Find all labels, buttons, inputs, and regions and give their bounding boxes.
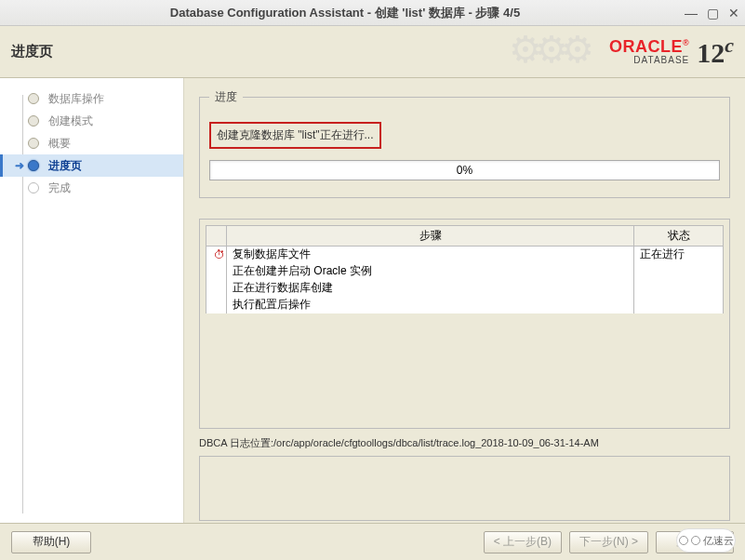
main-content: 进度 创建克隆数据库 "list"正在进行... 0% 步骤 状态 ⏱ 复制数据… (184, 78, 745, 523)
progress-fieldset: 进度 创建克隆数据库 "list"正在进行... 0% (199, 89, 730, 198)
sidebar-item-label: 完成 (48, 180, 71, 196)
progress-status-line: 创建克隆数据库 "list"正在进行... (209, 122, 381, 149)
sidebar-item-label: 数据库操作 (48, 91, 104, 107)
step-name: 正在创建并启动 Oracle 实例 (227, 263, 634, 280)
sidebar-item-label: 创建模式 (48, 113, 93, 129)
sidebar-item-create-mode[interactable]: ➜创建模式 (0, 110, 183, 132)
steps-col-step: 步骤 (227, 226, 634, 247)
cloud-icon (679, 536, 688, 545)
clock-icon: ⏱ (206, 247, 227, 263)
next-button[interactable]: 下一步(N) > (569, 531, 648, 553)
steps-table: 步骤 状态 ⏱ 复制数据库文件 正在进行 正在创建并启动 Oracle 实例 (206, 225, 724, 313)
sidebar-item-label: 概要 (48, 136, 71, 152)
watermark-badge: 亿速云 (676, 528, 736, 553)
log-location: DBCA 日志位置:/orc/app/oracle/cfgtoollogs/db… (199, 436, 730, 450)
step-name: 执行配置后操作 (227, 297, 634, 313)
sidebar-item-finish[interactable]: ➜完成 (0, 177, 183, 199)
brand-version-suffix: c (725, 33, 734, 57)
sidebar-item-progress[interactable]: ➜进度页 (0, 154, 183, 177)
steps-panel: 步骤 状态 ⏱ 复制数据库文件 正在进行 正在创建并启动 Oracle 实例 (199, 219, 730, 429)
step-status (634, 280, 724, 297)
sidebar-item-db-operation[interactable]: ➜数据库操作 (0, 87, 183, 110)
page-title: 进度页 (11, 43, 53, 60)
brand-version-major: 12 (697, 37, 725, 68)
cloud-icon (691, 536, 700, 545)
sidebar-item-label: 进度页 (48, 158, 82, 174)
step-status: 正在进行 (634, 247, 724, 263)
step-name: 正在进行数据库创建 (227, 280, 634, 297)
close-icon[interactable]: ✕ (728, 6, 739, 20)
wizard-footer: 帮助(H) < 上一步(B) 下一步(N) > 完成(F) 亿速云 (0, 523, 745, 560)
header-bar: 进度页 ⚙⚙⚙ ORACLE® DATABASE 12c (0, 26, 745, 78)
sidebar-item-summary[interactable]: ➜概要 (0, 132, 183, 154)
progress-percent: 0% (457, 164, 472, 177)
title-bar: Database Configuration Assistant - 创建 'l… (0, 0, 745, 26)
table-row: 正在进行数据库创建 (206, 280, 724, 297)
table-row: ⏱ 复制数据库文件 正在进行 (206, 247, 724, 263)
brand-block: ORACLE® DATABASE 12c (609, 33, 734, 69)
wizard-sidebar: ➜数据库操作 ➜创建模式 ➜概要 ➜进度页 ➜完成 (0, 78, 184, 523)
brand-name: ORACLE (609, 37, 683, 56)
steps-col-status: 状态 (634, 226, 724, 247)
steps-col-icon (206, 226, 227, 247)
step-status (634, 263, 724, 280)
help-button[interactable]: 帮助(H) (11, 531, 91, 553)
table-row: 执行配置后操作 (206, 297, 724, 313)
progress-bar: 0% (209, 160, 720, 180)
blank-panel (199, 456, 730, 521)
progress-legend: 进度 (209, 89, 243, 105)
table-row: 正在创建并启动 Oracle 实例 (206, 263, 724, 280)
watermark-text: 亿速云 (703, 534, 734, 548)
back-button[interactable]: < 上一步(B) (484, 531, 562, 553)
maximize-icon[interactable]: ▢ (707, 6, 719, 20)
brand-reg: ® (683, 38, 689, 47)
minimize-icon[interactable]: — (685, 6, 698, 20)
step-name: 复制数据库文件 (227, 247, 634, 263)
gears-icon: ⚙⚙⚙ (509, 28, 587, 71)
step-status (634, 297, 724, 313)
window-title: Database Configuration Assistant - 创建 'l… (6, 5, 685, 21)
window-controls: — ▢ ✕ (685, 6, 739, 20)
